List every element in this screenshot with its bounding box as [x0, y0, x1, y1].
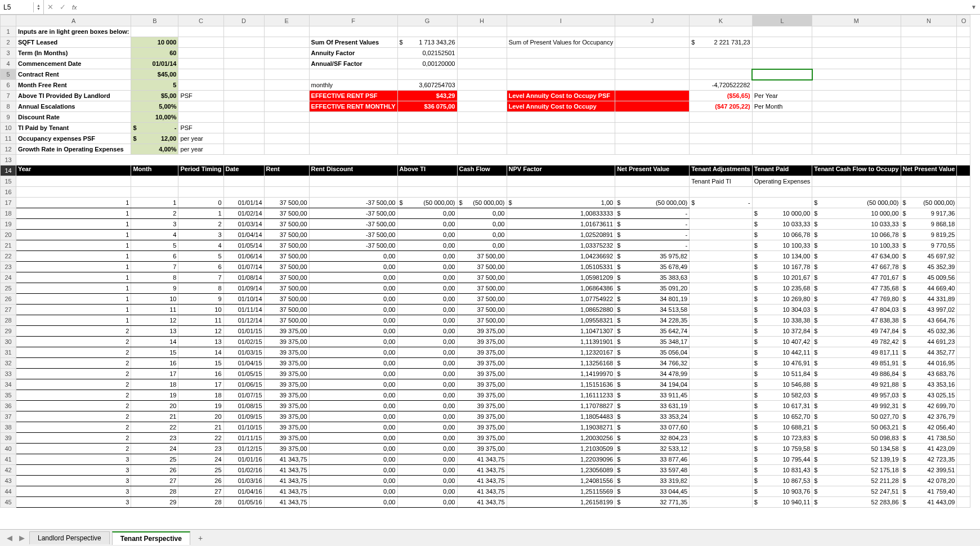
table-row[interactable]: 27 1 11 10 01/11/14 37 500,00 0,00 0,00 …: [1, 305, 970, 315]
table-row[interactable]: 35 2 19 18 01/07/15 39 375,00 0,00 0,00 …: [1, 390, 970, 401]
occ-spv-value: 2 221 731,23: [714, 39, 750, 46]
sqft-label: SQFT Leased: [16, 37, 131, 48]
lac-value: ($47 205,22): [690, 101, 753, 112]
col-K[interactable]: K: [690, 15, 753, 26]
col-G[interactable]: G: [397, 15, 457, 26]
esc-input[interactable]: 5,00%: [131, 101, 178, 112]
table-row[interactable]: 34 2 18 17 01/06/15 39 375,00 0,00 0,00 …: [1, 379, 970, 390]
table-row[interactable]: 40 2 24 23 01/12/15 39 375,00 0,00 0,00 …: [1, 444, 970, 454]
cancel-icon[interactable]: ✕: [44, 3, 56, 11]
col-F[interactable]: F: [309, 15, 397, 26]
occ-input[interactable]: $12,00: [131, 133, 178, 144]
table-row[interactable]: 18 1 2 1 01/02/14 37 500,00 -37 500,00 0…: [1, 208, 970, 219]
table-row[interactable]: 30 2 14 13 01/02/15 39 375,00 0,00 0,00 …: [1, 337, 970, 347]
formula-bar: L5 ▲▼ ✕ ✓ fx ▼: [0, 0, 980, 15]
table-row[interactable]: 21 1 5 4 01/05/14 37 500,00 -37 500,00 0…: [1, 240, 970, 251]
table-row[interactable]: 19 1 3 2 01/03/14 37 500,00 -37 500,00 0…: [1, 219, 970, 230]
column-headers[interactable]: A B C D E F G H I J K L M N O: [1, 15, 970, 26]
erp-label: EFFECTIVE RENT PSF: [309, 91, 397, 101]
name-box-stepper[interactable]: ▲▼: [34, 0, 44, 14]
table-row[interactable]: 31 2 15 14 01/03/15 39 375,00 0,00 0,00 …: [1, 347, 970, 358]
spreadsheet-grid[interactable]: A B C D E F G H I J K L M N O 1Inputs ar…: [0, 15, 980, 529]
table-row[interactable]: 20 1 4 3 01/04/14 37 500,00 -37 500,00 0…: [1, 230, 970, 240]
ti-t-input[interactable]: $-: [131, 123, 178, 133]
table-row[interactable]: 25 1 9 8 01/09/14 37 500,00 0,00 0,00 37…: [1, 283, 970, 294]
chevron-down-icon[interactable]: ▼: [37, 7, 41, 10]
sqft-input[interactable]: 10 000: [131, 37, 178, 48]
inputs-title: Inputs are in light green boxes below:: [16, 26, 131, 37]
table-row[interactable]: 29 2 13 12 01/01/15 39 375,00 0,00 0,00 …: [1, 326, 970, 337]
col-D[interactable]: D: [223, 15, 264, 26]
col-J[interactable]: J: [615, 15, 690, 26]
formula-input[interactable]: [80, 6, 968, 8]
erm-value: $36 075,00: [397, 101, 457, 112]
confirm-icon[interactable]: ✓: [56, 3, 69, 11]
table-row[interactable]: 17 1 1 0 01/01/14 37 500,00 -37 500,00 $…: [1, 198, 970, 208]
table-row[interactable]: 41 3 25 24 01/01/16 41 343,75 0,00 0,00 …: [1, 454, 970, 465]
rent-input[interactable]: $45,00: [131, 69, 178, 80]
fx-label[interactable]: fx: [69, 4, 80, 11]
disc-input[interactable]: 10,00%: [131, 112, 178, 123]
free-input[interactable]: 5: [131, 80, 178, 91]
name-box[interactable]: L5: [0, 2, 34, 12]
table-row[interactable]: 38 2 22 21 01/10/15 39 375,00 0,00 0,00 …: [1, 422, 970, 433]
table-row[interactable]: 43 3 27 26 01/03/16 41 343,75 0,00 0,00 …: [1, 476, 970, 486]
col-A[interactable]: A: [16, 15, 131, 26]
formula-bar-expand-icon[interactable]: ▼: [968, 4, 980, 10]
table-row[interactable]: 33 2 17 16 01/05/15 39 375,00 0,00 0,00 …: [1, 369, 970, 379]
col-O[interactable]: O: [957, 15, 970, 26]
selected-cell[interactable]: [752, 69, 812, 80]
table-header-row: 14 YearMonthPeriod TimingDateRentRent Di…: [1, 165, 970, 176]
table-row[interactable]: 22 1 6 5 01/06/14 37 500,00 0,00 0,00 37…: [1, 251, 970, 262]
table-row[interactable]: 28 1 12 11 01/12/14 37 500,00 0,00 0,00 …: [1, 315, 970, 326]
table-row[interactable]: 45 3 29 28 01/05/16 41 343,75 0,00 0,00 …: [1, 497, 970, 508]
term-input[interactable]: 60: [131, 48, 178, 59]
table-row[interactable]: 36 2 20 19 01/08/15 39 375,00 0,00 0,00 …: [1, 401, 970, 411]
col-N[interactable]: N: [901, 15, 957, 26]
table-row[interactable]: 37 2 21 20 01/09/15 39 375,00 0,00 0,00 …: [1, 411, 970, 422]
col-B[interactable]: B: [131, 15, 178, 26]
comm-input[interactable]: 01/01/14: [131, 59, 178, 69]
lac-label: Level Annuity Cost to Occupy: [507, 101, 615, 112]
occ-spv-label: Sum of Present Values for Occupancy: [507, 37, 615, 48]
table-row[interactable]: 42 3 26 25 01/02/16 41 343,75 0,00 0,00 …: [1, 465, 970, 476]
table-row[interactable]: 26 1 10 9 01/10/14 37 500,00 0,00 0,00 3…: [1, 294, 970, 305]
table-row[interactable]: 24 1 8 7 01/08/14 37 500,00 0,00 0,00 37…: [1, 272, 970, 283]
col-H[interactable]: H: [457, 15, 507, 26]
ti-ll-input[interactable]: $5,00: [131, 91, 178, 101]
erm-label: EFFECTIVE RENT MONTHLY: [309, 101, 397, 112]
table-row[interactable]: 23 1 7 6 01/07/14 37 500,00 0,00 0,00 37…: [1, 262, 970, 272]
col-M[interactable]: M: [812, 15, 901, 26]
col-I[interactable]: I: [507, 15, 615, 26]
col-E[interactable]: E: [264, 15, 309, 26]
spv-label: Sum Of Present Values: [309, 37, 397, 48]
spv-value: 1 713 343,26: [419, 39, 455, 46]
table-row[interactable]: 39 2 23 22 01/11/15 39 375,00 0,00 0,00 …: [1, 433, 970, 444]
table-row[interactable]: 44 3 28 27 01/04/16 41 343,75 0,00 0,00 …: [1, 486, 970, 497]
col-C[interactable]: C: [178, 15, 223, 26]
grow-input[interactable]: 4,00%: [131, 144, 178, 155]
col-L[interactable]: L: [752, 15, 812, 26]
table-row[interactable]: 32 2 16 15 01/04/15 39 375,00 0,00 0,00 …: [1, 358, 970, 369]
erp-value: $43,29: [397, 91, 457, 101]
lac-psf-value: ($56,65): [690, 91, 753, 101]
lac-psf-label: Level Annuity Cost to Occupy PSF: [507, 91, 615, 101]
